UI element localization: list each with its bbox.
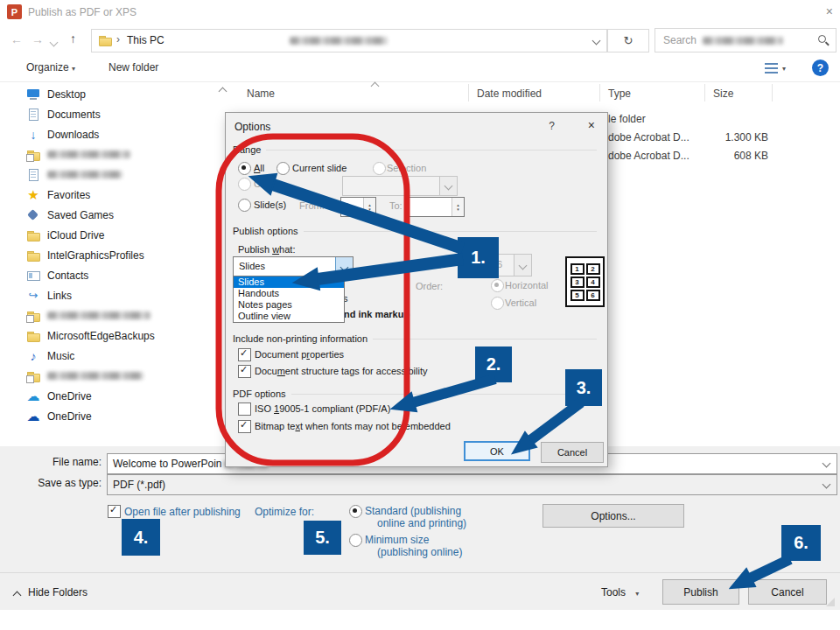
back-button[interactable]: ← — [10, 32, 23, 46]
iso-19005-checkbox[interactable] — [238, 402, 251, 416]
breadcrumb-this-pc[interactable]: This PC — [127, 34, 164, 46]
document-structure-tags-checkbox[interactable]: ✓ — [238, 365, 251, 378]
hide-folders-button[interactable]: Hide Folders — [28, 586, 88, 598]
sidebar-item-contacts[interactable]: Contacts — [0, 265, 217, 285]
new-folder-button[interactable]: New folder — [108, 61, 158, 74]
spinner-arrows-icon[interactable]: ▴▾ — [452, 198, 464, 216]
dropdown-option-handouts[interactable]: Handouts — [234, 288, 344, 299]
publish-button[interactable]: Publish — [662, 579, 739, 605]
cancel-button[interactable]: Cancel — [748, 579, 827, 605]
dropdown-option-slides[interactable]: Slides — [234, 276, 344, 288]
ok-button[interactable]: OK — [464, 441, 530, 461]
saved-games-icon — [26, 208, 40, 222]
sidebar-item-blurred[interactable] — [0, 164, 217, 185]
sidebar-item-documents[interactable]: Documents — [0, 104, 217, 124]
search-input[interactable]: Search — [654, 28, 836, 52]
sidebar-item-microsoftedgebackups[interactable]: MicrosoftEdgeBackups — [0, 326, 217, 346]
sidebar-label: Music — [47, 350, 74, 362]
resize-grip[interactable] — [826, 598, 835, 606]
dialog-help-icon[interactable]: ? — [549, 120, 555, 132]
search-blurred-text — [703, 37, 783, 45]
favorites-star-icon: ★ — [26, 188, 40, 202]
optimize-standard-radio[interactable] — [349, 505, 362, 518]
sidebar-item-blurred[interactable] — [0, 144, 217, 164]
sidebar-item-desktop[interactable]: Desktop — [0, 84, 217, 104]
check-icon: ✓ — [240, 419, 248, 430]
powerpoint-icon: P — [7, 4, 22, 19]
dropdown-chevron-icon — [439, 177, 457, 195]
bitmap-text-checkbox[interactable]: ✓ — [238, 420, 251, 433]
help-button[interactable]: ? — [812, 60, 829, 76]
table-row[interactable]: le folder — [608, 113, 836, 127]
sidebar-item-saved-games[interactable]: Saved Games — [0, 205, 217, 225]
up-button[interactable]: ↑ — [70, 32, 76, 46]
sidebar-item-blurred[interactable] — [0, 366, 217, 386]
address-bar[interactable]: › This PC — [91, 29, 607, 52]
options-button[interactable]: Options... — [542, 504, 684, 528]
sidebar-item-links[interactable]: ↪Links — [0, 285, 217, 305]
column-divider[interactable] — [599, 84, 600, 102]
sidebar-item-favorites[interactable]: ★Favorites — [0, 185, 217, 205]
dialog-cancel-button[interactable]: Cancel — [541, 442, 604, 463]
column-divider[interactable] — [704, 84, 705, 102]
preview-cell: 3 — [570, 276, 584, 288]
sidebar-item-icloud-drive[interactable]: iCloud Drive — [0, 225, 217, 245]
column-divider[interactable] — [468, 84, 469, 102]
footer-divider — [0, 572, 840, 573]
pdf-options-group-header: PDF options — [233, 388, 597, 399]
sidebar-label: Saved Games — [47, 209, 114, 221]
sidebar-item-blurred[interactable] — [0, 305, 217, 326]
optimize-for-label: Optimize for: — [255, 506, 314, 518]
hide-folders-chevron-icon[interactable] — [13, 592, 22, 600]
file-name-chevron-icon[interactable] — [822, 459, 831, 468]
dialog-close-icon[interactable]: × — [588, 118, 595, 132]
publish-what-dropdown[interactable]: Slides — [233, 256, 354, 277]
save-as-type-select[interactable]: PDF (*.pdf) — [107, 474, 837, 495]
optimize-minimum-radio[interactable] — [349, 534, 362, 547]
publish-as-pdf-window: P Publish as PDF or XPS × ← → ↑ › This P… — [0, 0, 840, 630]
sidebar-item-onedrive[interactable]: ☁OneDrive — [0, 386, 217, 406]
sidebar-item-music[interactable]: ♪Music — [0, 346, 217, 366]
sidebar-item-downloads[interactable]: ↓Downloads — [0, 124, 217, 144]
onedrive-cloud-icon: ☁ — [26, 389, 40, 403]
blurred-label — [47, 171, 122, 178]
column-divider[interactable] — [772, 84, 773, 102]
column-header-name[interactable]: Name — [247, 88, 275, 100]
sidebar-item-intelgraphicsprofiles[interactable]: IntelGraphicsProfiles — [0, 245, 217, 265]
folder-icon — [26, 309, 40, 323]
document-properties-checkbox[interactable]: ✓ — [238, 348, 251, 361]
save-as-type-chevron-icon[interactable] — [822, 480, 831, 489]
view-options-button[interactable]: ▾ — [765, 63, 786, 74]
refresh-button[interactable]: ↻ — [607, 29, 649, 52]
spinner-arrows-icon[interactable]: ▴▾ — [363, 198, 375, 216]
forward-button[interactable]: → — [32, 32, 44, 46]
range-custom-show-label: Custo — [254, 178, 279, 189]
table-row[interactable]: dobe Acrobat D... 1.300 KB — [608, 131, 836, 145]
from-spinner[interactable]: 1 ▴▾ — [340, 197, 376, 217]
range-all-radio[interactable] — [238, 162, 251, 175]
to-spinner[interactable]: ▴▾ — [409, 197, 465, 217]
sidebar-label: OneDrive — [47, 390, 92, 402]
open-file-after-publishing-checkbox[interactable]: ✓ — [108, 505, 121, 518]
sidebar-label: Documents — [47, 108, 101, 121]
sidebar-label: OneDrive — [47, 410, 92, 423]
sidebar-item-onedrive-2[interactable]: ☁OneDrive — [0, 406, 217, 426]
tools-button[interactable]: Tools ▾ — [601, 586, 639, 598]
scroll-up-icon[interactable] — [219, 88, 228, 96]
window-close-icon[interactable]: × — [826, 4, 833, 18]
organize-button[interactable]: Organize ▾ — [26, 61, 75, 74]
dropdown-option-outline-view[interactable]: Outline view — [234, 311, 344, 322]
dropdown-option-notes-pages[interactable]: Notes pages — [234, 299, 344, 311]
blurred-label — [47, 372, 144, 380]
column-header-type[interactable]: Type — [608, 88, 631, 100]
address-dropdown-chevron-icon[interactable] — [592, 37, 601, 46]
breadcrumb-blurred-folder[interactable] — [290, 37, 388, 45]
column-header-date-modified[interactable]: Date modified — [477, 88, 542, 100]
dropdown-chevron-icon[interactable] — [335, 257, 353, 276]
range-slides-radio[interactable] — [238, 199, 251, 212]
column-header-size[interactable]: Size — [713, 88, 733, 100]
music-note-icon: ♪ — [26, 349, 40, 363]
range-current-slide-radio[interactable] — [276, 162, 290, 175]
recent-locations-chevron-icon[interactable] — [50, 38, 59, 47]
table-row[interactable]: dobe Acrobat D... 608 KB — [608, 150, 836, 164]
